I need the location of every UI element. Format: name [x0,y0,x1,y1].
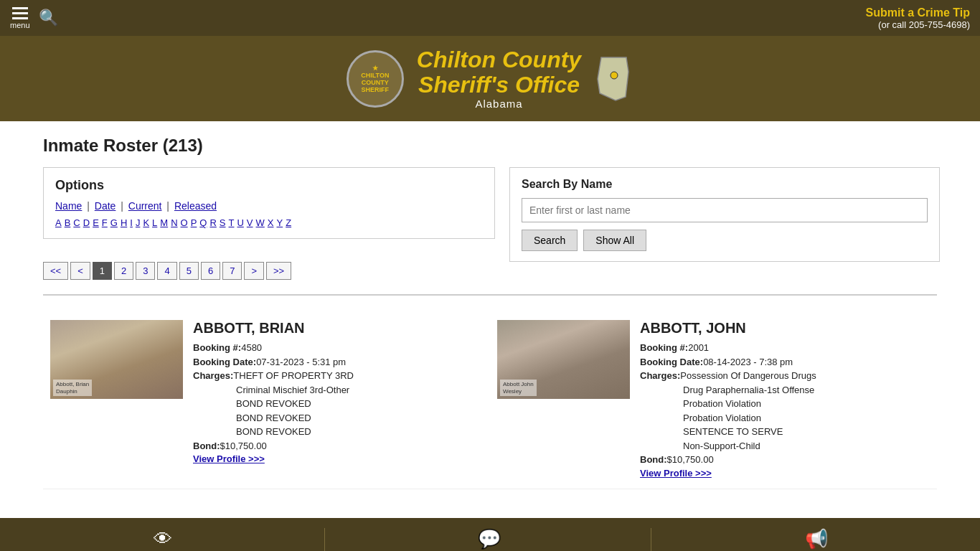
search-input[interactable] [522,198,928,222]
alpha-I[interactable]: I [130,217,133,228]
page-2[interactable]: 2 [114,262,133,280]
alpha-A[interactable]: A [55,217,62,228]
page-first[interactable]: << [43,262,68,280]
sheriff-badge: ★ CHILTON COUNTY SHERIFF [347,50,404,108]
page-6[interactable]: 6 [201,262,220,280]
alpha-D[interactable]: D [83,217,90,228]
page-7[interactable]: 7 [222,262,242,280]
alpha-Z[interactable]: Z [286,217,291,228]
search-box: Search By Name Search Show All [509,167,940,262]
footer: 👁 Crime Tip 💬 Contact 📢 Alerts [0,518,980,551]
options-section: Options Name | Date | Current | Released… [43,167,495,253]
alert-icon: 📢 [805,528,828,550]
alpha-O[interactable]: O [181,217,188,228]
top-bar-right: Submit a Crime Tip (or call 205-755-4698… [865,6,970,30]
search-button[interactable]: Search [522,230,578,251]
option-released-link[interactable]: Released [174,200,217,212]
two-col-layout: Options Name | Date | Current | Released… [43,167,937,262]
alpha-C[interactable]: C [73,217,80,228]
inmate-info: ABBOTT, BRIAN Booking #:4580 Booking Dat… [193,320,354,479]
inmate-photo: Abbott JohnWesley [497,320,630,399]
page-5[interactable]: 5 [179,262,199,280]
page-3[interactable]: 3 [136,262,155,280]
page-last[interactable]: >> [266,262,291,280]
charge-item: Probation Violation [640,411,816,425]
search-icon[interactable]: 🔍 [39,9,58,27]
page-title: Inmate Roster (213) [43,136,937,156]
option-current-link[interactable]: Current [128,200,162,212]
inmate-booking-num: Booking #:4580 [193,341,354,355]
alpha-R[interactable]: R [209,217,216,228]
alpha-L[interactable]: L [152,217,157,228]
svg-point-1 [611,72,618,79]
inmate-booking-date: Booking Date:08-14-2023 - 7:38 pm [640,355,816,369]
charge-item: Criminal Mischief 3rd-Other [193,383,354,397]
options-links: Name | Date | Current | Released [55,200,483,212]
alpha-E[interactable]: E [93,217,99,228]
alpha-H[interactable]: H [121,217,127,228]
alpha-Y[interactable]: Y [276,217,283,228]
option-name-link[interactable]: Name [55,200,82,212]
view-profile-link[interactable]: View Profile >>> [640,468,712,479]
search-title: Search By Name [522,178,928,191]
inmate-bond: Bond:$10,750.00 [640,453,816,467]
alpha-V[interactable]: V [247,217,253,228]
inmate-card: Abbott, BrianDauphin ABBOTT, BRIAN Booki… [43,310,490,489]
charge-item: SENTENCE TO SERVE [640,425,816,439]
alpha-M[interactable]: M [160,217,168,228]
alpha-W[interactable]: W [256,217,265,228]
option-date-link[interactable]: Date [95,200,116,212]
crime-tip-phone: (or call 205-755-4698) [865,19,970,30]
inmate-photo: Abbott, BrianDauphin [50,320,183,399]
charge-item: Non-Support-Child [640,439,816,453]
alpha-B[interactable]: B [65,217,71,228]
footer-alerts[interactable]: 📢 Alerts [655,528,979,551]
agency-name-line1: Chilton County Sheriff's Office [417,47,581,98]
charge-item: Probation Violation [640,397,816,411]
page-4[interactable]: 4 [157,262,176,280]
top-bar: menu 🔍 Submit a Crime Tip (or call 205-7… [0,0,980,36]
inmate-bond: Bond:$10,750.00 [193,439,354,453]
page-next[interactable]: > [244,262,264,280]
inmate-info: ABBOTT, JOHN Booking #:2001 Booking Date… [640,320,816,479]
inmate-charges: Charges:THEFT OF PROPERTY 3RD [193,369,354,383]
eye-icon: 👁 [154,528,172,550]
alphabet-links: A B C D E F G H I J K L M N O P Q [55,217,483,228]
page-prev[interactable]: < [70,262,90,280]
alpha-U[interactable]: U [237,217,243,228]
menu-button[interactable]: menu [10,7,30,29]
footer-contact[interactable]: 💬 Contact [329,528,652,551]
show-all-button[interactable]: Show All [583,230,646,251]
top-bar-left: menu 🔍 [10,7,58,29]
alpha-G[interactable]: G [110,217,118,228]
crime-tip-link[interactable]: Submit a Crime Tip [865,6,970,19]
inmate-name: ABBOTT, BRIAN [193,320,354,336]
search-buttons: Search Show All [522,230,928,251]
alpha-X[interactable]: X [268,217,274,228]
alpha-K[interactable]: K [143,217,149,228]
pagination: << < 1 2 3 4 5 6 7 > >> [43,262,937,280]
footer-crime-tip[interactable]: 👁 Crime Tip [1,528,325,551]
state-map-icon [594,54,633,104]
section-divider [43,294,937,296]
charge-item: BOND REVOKED [193,397,354,411]
banner: ★ CHILTON COUNTY SHERIFF Chilton County … [0,36,980,121]
view-profile-link[interactable]: View Profile >>> [193,453,265,464]
alpha-S[interactable]: S [220,217,226,228]
page-1[interactable]: 1 [93,262,112,280]
alpha-P[interactable]: P [191,217,197,228]
agency-state: Alabama [417,98,581,110]
hamburger-icon [12,7,28,19]
inmate-name: ABBOTT, JOHN [640,320,816,336]
menu-label: menu [10,21,30,29]
inmate-booking-date: Booking Date:07-31-2023 - 5:31 pm [193,355,354,369]
alpha-T[interactable]: T [229,217,235,228]
banner-text: Chilton County Sheriff's Office Alabama [417,47,581,110]
charge-item: Drug Paraphernalia-1st Offense [640,383,816,397]
inmate-charges: Charges:Possession Of Dangerous Drugs [640,369,816,383]
charge-item: BOND REVOKED [193,411,354,425]
alpha-F[interactable]: F [102,217,108,228]
alpha-N[interactable]: N [171,217,177,228]
alpha-Q[interactable]: Q [199,217,207,228]
alpha-J[interactable]: J [136,217,141,228]
